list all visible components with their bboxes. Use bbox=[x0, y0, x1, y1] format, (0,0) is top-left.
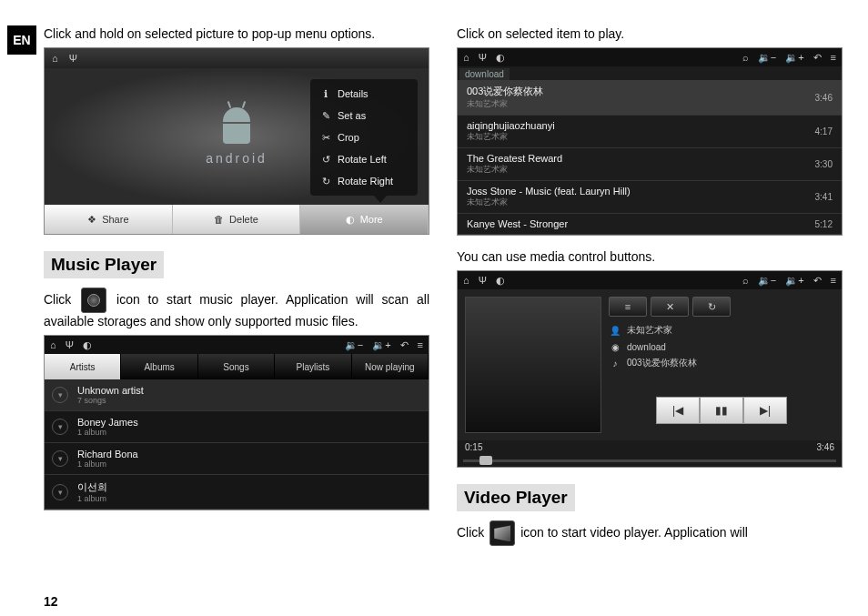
artist-row[interactable]: ▾이선희1 album bbox=[45, 475, 429, 510]
home-icon[interactable]: ⌂ bbox=[52, 53, 58, 64]
back-icon[interactable]: ↶ bbox=[813, 275, 822, 287]
language-tab: EN bbox=[7, 25, 36, 55]
chevron-down-icon[interactable]: ▾ bbox=[52, 484, 68, 500]
np-artist: 👤未知艺术家 bbox=[609, 324, 834, 337]
np-folder: ◉download bbox=[609, 340, 834, 353]
video-app-icon[interactable] bbox=[490, 520, 515, 546]
context-menu[interactable]: ℹDetails ✎Set as ✂Crop ↺Rotate Left ↻Rot… bbox=[310, 79, 418, 196]
text-frag: icon to start video player. Application … bbox=[520, 525, 748, 540]
back-icon[interactable]: ↶ bbox=[400, 339, 409, 351]
info-icon: ℹ bbox=[319, 87, 332, 100]
menu-details[interactable]: ℹDetails bbox=[310, 83, 418, 105]
vol-down-icon[interactable]: 🔉− bbox=[345, 339, 363, 351]
artist-name: Richard Bona bbox=[77, 449, 138, 459]
menu-rotate-left[interactable]: ↺Rotate Left bbox=[310, 148, 418, 170]
menu-set-as[interactable]: ✎Set as bbox=[310, 105, 418, 126]
tab-artists[interactable]: Artists bbox=[45, 354, 121, 379]
usb-icon: Ψ bbox=[69, 53, 77, 64]
chevron-down-icon[interactable]: ▾ bbox=[52, 450, 68, 467]
track-row[interactable]: 003说爱你蔡依林未知艺术家3:46 bbox=[458, 80, 842, 116]
gallery-screenshot: ⌂ Ψ android ℹDetails ✎Set as ✂Crop ↺Rota… bbox=[44, 47, 429, 235]
tab-playlists[interactable]: Playlists bbox=[275, 354, 351, 379]
menu-icon[interactable]: ≡ bbox=[418, 339, 423, 351]
artist-row[interactable]: ▾Boney James1 album bbox=[45, 411, 429, 443]
artist-sub: 7 songs bbox=[77, 396, 144, 405]
artist-name: Boney James bbox=[77, 417, 138, 428]
track-row[interactable]: The Greatest Reward未知艺术家3:30 bbox=[458, 148, 842, 181]
intro-paragraph-1: Click and hold on selected picture to po… bbox=[44, 25, 429, 42]
search-icon[interactable]: ⌕ bbox=[742, 275, 749, 287]
next-button[interactable]: ▶| bbox=[743, 397, 787, 424]
artist-sub: 1 album bbox=[77, 428, 138, 437]
artist-row[interactable]: ▾Richard Bona1 album bbox=[45, 443, 429, 475]
np-folder-label: download bbox=[627, 342, 666, 352]
chevron-down-icon[interactable]: ▾ bbox=[52, 419, 68, 435]
delete-button[interactable]: 🗑Delete bbox=[173, 205, 301, 234]
page-number: 12 bbox=[44, 594, 58, 609]
pause-button[interactable]: ▮▮ bbox=[700, 397, 743, 424]
setas-icon: ✎ bbox=[319, 109, 332, 122]
music-app-icon[interactable] bbox=[81, 288, 106, 313]
track-duration: 5:12 bbox=[815, 219, 833, 229]
android-wordmark: android bbox=[206, 151, 267, 166]
track-title: aiqinghujiaozhuanyi bbox=[467, 120, 555, 131]
tab-songs[interactable]: Songs bbox=[198, 354, 275, 379]
tab-label: Albums bbox=[144, 362, 174, 372]
artist-sub: 1 album bbox=[77, 494, 107, 503]
share-button[interactable]: ❖Share bbox=[45, 205, 173, 234]
track-row[interactable]: Joss Stone - Music (feat. Lauryn Hill)未知… bbox=[458, 181, 842, 214]
video-intro: Click icon to start video player. Applic… bbox=[457, 520, 843, 546]
vol-up-icon[interactable]: 🔉+ bbox=[372, 339, 390, 351]
track-title: 003说爱你蔡依林 bbox=[467, 85, 543, 98]
track-title: Kanye West - Stronger bbox=[467, 218, 568, 229]
vol-down-icon[interactable]: 🔉− bbox=[758, 52, 776, 64]
track-row[interactable]: Kanye West - Stronger5:12 bbox=[458, 214, 842, 235]
track-artist: 未知艺术家 bbox=[467, 164, 562, 176]
artist-row[interactable]: ▾Unknown artist7 songs bbox=[45, 379, 429, 411]
chevron-down-icon[interactable]: ▾ bbox=[52, 387, 68, 403]
vol-down-icon[interactable]: 🔉− bbox=[758, 275, 776, 287]
droid-icon: ◐ bbox=[496, 275, 505, 287]
track-duration: 3:46 bbox=[815, 93, 833, 103]
more-button[interactable]: ◐More bbox=[300, 205, 429, 234]
track-row[interactable]: aiqinghujiaozhuanyi未知艺术家4:17 bbox=[458, 116, 842, 148]
droid-icon: ◐ bbox=[496, 52, 505, 64]
artist-name: Unknown artist bbox=[77, 385, 144, 396]
home-icon[interactable]: ⌂ bbox=[463, 52, 469, 64]
vol-up-icon[interactable]: 🔉+ bbox=[785, 275, 803, 287]
droid-icon: ◐ bbox=[83, 339, 92, 351]
text-frag: Click bbox=[457, 525, 488, 540]
delete-label: Delete bbox=[229, 214, 258, 225]
tab-now-playing[interactable]: Now playing bbox=[352, 354, 429, 379]
menu-label: Rotate Left bbox=[338, 154, 387, 165]
home-icon[interactable]: ⌂ bbox=[463, 275, 469, 287]
video-player-heading: Video Player bbox=[457, 484, 575, 511]
music-artists-screenshot: ⌂ Ψ ◐ 🔉− 🔉+ ↶ ≡ Artists Albums Songs Pla… bbox=[44, 335, 429, 510]
home-icon[interactable]: ⌂ bbox=[50, 339, 56, 351]
shuffle-button[interactable]: ✕ bbox=[651, 297, 689, 317]
search-icon[interactable]: ⌕ bbox=[742, 52, 749, 64]
seek-thumb[interactable] bbox=[479, 456, 492, 465]
artist-name: 이선희 bbox=[77, 480, 107, 494]
back-icon[interactable]: ↶ bbox=[813, 52, 822, 64]
menu-label: Details bbox=[338, 88, 368, 99]
menu-icon[interactable]: ≡ bbox=[831, 275, 836, 287]
np-track-label: 003说爱你蔡依林 bbox=[627, 357, 697, 369]
prev-button[interactable]: |◀ bbox=[656, 397, 700, 424]
tab-albums[interactable]: Albums bbox=[121, 354, 197, 379]
intro-paragraph-2: Click on selected item to play. bbox=[457, 25, 843, 42]
vol-up-icon[interactable]: 🔉+ bbox=[785, 52, 803, 64]
menu-crop[interactable]: ✂Crop bbox=[310, 126, 418, 148]
music-intro: Click icon to start music player. Applic… bbox=[44, 288, 429, 329]
track-title: The Greatest Reward bbox=[467, 153, 562, 164]
total-time: 3:46 bbox=[817, 442, 834, 452]
share-label: Share bbox=[102, 214, 128, 225]
person-icon: 👤 bbox=[609, 324, 621, 337]
crop-icon: ✂ bbox=[319, 131, 332, 144]
menu-rotate-right[interactable]: ↻Rotate Right bbox=[310, 170, 418, 192]
repeat-button[interactable]: ↻ bbox=[692, 297, 731, 317]
queue-button[interactable]: ≡ bbox=[609, 297, 647, 317]
seek-bar[interactable] bbox=[458, 454, 842, 467]
artist-sub: 1 album bbox=[77, 459, 138, 469]
menu-icon[interactable]: ≡ bbox=[831, 52, 836, 64]
